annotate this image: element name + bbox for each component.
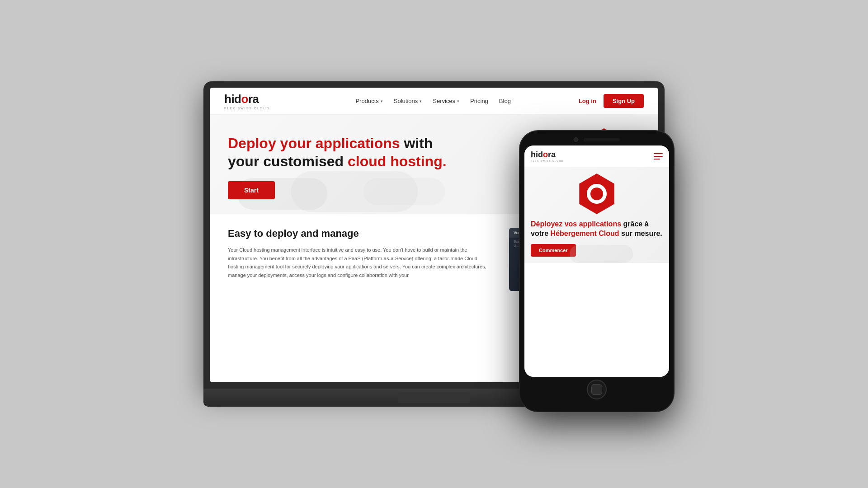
hamburger-line-3 (654, 159, 660, 160)
phone-speaker (584, 138, 620, 141)
nav-item-services[interactable]: Services ▾ (433, 98, 459, 104)
phone-hero-sur-mesure: sur mesure. (621, 230, 662, 237)
hero-title-with: with (404, 135, 433, 151)
phone-home-button[interactable] (587, 380, 607, 399)
phone-start-button[interactable]: Commencer (531, 244, 576, 257)
phone-logo-dot: o (543, 150, 548, 159)
phone-hero-highlight-2: Hébergement Cloud (551, 230, 619, 237)
logo-dot: o (241, 92, 248, 106)
nav-label-blog: Blog (499, 98, 511, 104)
phone-hex-shape (576, 174, 617, 214)
scene: hidora FLEX SWISS CLOUD Products ▾ Solut… (185, 63, 683, 425)
section-title: Easy to deploy and manage (228, 228, 495, 239)
nav-item-products[interactable]: Products ▾ (355, 98, 382, 104)
laptop-trackpad (398, 392, 470, 403)
phone-home-area (524, 380, 669, 399)
chevron-down-icon: ▾ (381, 99, 383, 103)
logo: hidora FLEX SWISS CLOUD (224, 92, 269, 110)
phone-home-inner (591, 384, 602, 395)
phone-hex-inner (587, 184, 607, 204)
hero-title-customised: your customised (228, 153, 348, 169)
phone-hero-title: Déployez vos applications grâce à votre … (531, 220, 663, 239)
chevron-down-icon: ▾ (457, 99, 459, 103)
nav-label-pricing: Pricing (470, 98, 488, 104)
hamburger-menu[interactable] (654, 153, 663, 160)
phone-cloud-1 (570, 245, 633, 263)
phone-camera (574, 137, 578, 142)
nav-label-solutions: Solutions (394, 98, 418, 104)
hero-title-highlight: Deploy your applications (228, 135, 400, 151)
start-button[interactable]: Start (228, 181, 275, 199)
phone-nav: hidora FLEX SWISS CLOUD (524, 145, 669, 167)
site-nav: hidora FLEX SWISS CLOUD Products ▾ Solut… (210, 88, 658, 115)
section-text: Easy to deploy and manage Your Cloud hos… (228, 228, 495, 291)
hamburger-line-2 (654, 156, 663, 157)
phone-hero: Déployez vos applications grâce à votre … (524, 167, 669, 263)
nav-item-solutions[interactable]: Solutions ▾ (394, 98, 422, 104)
phone-body: hidora FLEX SWISS CLOUD (520, 131, 674, 411)
phone-logo-area: hidora FLEX SWISS CLOUD (531, 150, 564, 162)
nav-links: Products ▾ Solutions ▾ Services ▾ Pric (288, 98, 578, 104)
phone-logo-tagline: FLEX SWISS CLOUD (531, 160, 564, 162)
phone-logo: hidora (531, 150, 564, 160)
chevron-down-icon: ▾ (420, 99, 422, 103)
section-body: Your Cloud hosting management interface … (228, 246, 495, 280)
logo-tagline: FLEX SWISS CLOUD (224, 107, 269, 110)
nav-item-blog[interactable]: Blog (499, 98, 511, 104)
phone-hero-highlight-1: Déployez vos applications (531, 220, 621, 228)
login-button[interactable]: Log in (579, 98, 596, 104)
nav-label-products: Products (355, 98, 378, 104)
hero-title-cloud: cloud hosting. (348, 153, 447, 169)
phone-hex-graphic (531, 174, 663, 214)
nav-item-pricing[interactable]: Pricing (470, 98, 488, 104)
nav-label-services: Services (433, 98, 455, 104)
phone-device: hidora FLEX SWISS CLOUD (520, 131, 674, 411)
laptop-device: hidora FLEX SWISS CLOUD Products ▾ Solut… (203, 81, 665, 407)
nav-actions: Log in Sign Up (579, 94, 644, 108)
signup-button[interactable]: Sign Up (604, 94, 644, 108)
logo-text: hidora (224, 92, 269, 106)
hamburger-line-1 (654, 153, 663, 154)
phone-screen: hidora FLEX SWISS CLOUD (524, 145, 669, 377)
phone-notch (524, 137, 669, 142)
